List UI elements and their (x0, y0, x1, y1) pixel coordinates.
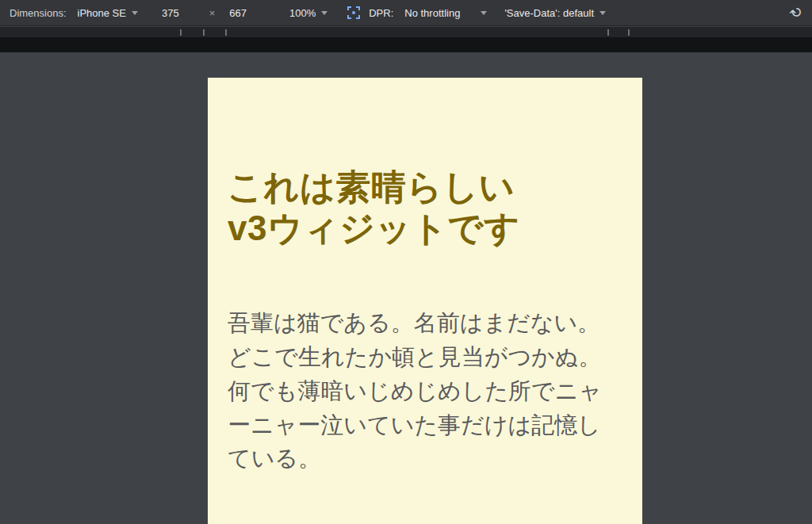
ruler-tick (225, 29, 227, 36)
dimensions-times-separator: × (209, 7, 216, 19)
zoom-select[interactable]: 100% (289, 7, 327, 19)
chevron-down-icon (481, 11, 487, 15)
viewport-height-input[interactable]: 667 (229, 7, 247, 19)
ruler-tick (180, 29, 182, 36)
chevron-down-icon (132, 11, 138, 15)
chevron-down-icon (321, 11, 327, 15)
dimensions-label: Dimensions: (10, 7, 67, 19)
chevron-down-icon (599, 11, 606, 15)
viewport-focus-icon[interactable] (347, 6, 361, 20)
emulated-viewport: これは素晴らしい v3ウィジットです 吾輩は猫である。名前はまだない。どこで生れ… (208, 78, 642, 524)
ruler-tick (203, 29, 205, 36)
page-title: これは素晴らしい v3ウィジットです (228, 166, 622, 249)
viewport-width-input[interactable]: 375 (162, 7, 179, 19)
rotate-viewport-icon[interactable]: ↻ (786, 2, 806, 23)
device-toolbar: Dimensions: iPhone SE 375 × 667 100% DPR… (0, 0, 812, 26)
ruler-strip (0, 27, 812, 37)
ruler-tick (628, 29, 630, 36)
focus-frame-glyph (347, 6, 361, 20)
ruler-gutter (0, 37, 812, 52)
dpr-label: DPR: (369, 7, 393, 19)
throttling-select[interactable]: No throttling (404, 7, 487, 19)
ruler-tick (607, 29, 609, 36)
device-select[interactable]: iPhone SE (78, 7, 138, 19)
save-data-select[interactable]: 'Save-Data': default (504, 7, 606, 19)
page-paragraph: 吾輩は猫である。名前はまだない。どこで生れたか頓と見当がつかぬ。何でも薄暗いじめ… (228, 306, 622, 476)
